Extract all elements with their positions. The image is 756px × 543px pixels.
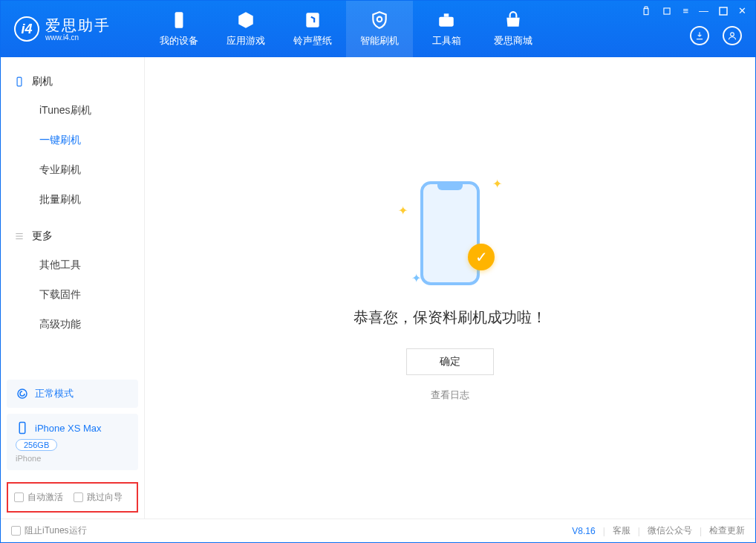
view-log-link[interactable]: 查看日志 (431, 388, 469, 402)
svg-rect-14 (19, 423, 25, 434)
minimize-button[interactable]: — (699, 5, 708, 16)
sidebar-item-other-tools[interactable]: 其他工具 (1, 250, 144, 280)
tab-toolbox[interactable]: 工具箱 (413, 1, 480, 57)
tab-label: 工具箱 (432, 34, 461, 48)
svg-point-8 (731, 33, 734, 36)
sparkle-icon: ✦ (492, 177, 502, 191)
sidebar-item-oneclick-flash[interactable]: 一键刷机 (1, 126, 144, 155)
mode-card[interactable]: 正常模式 (7, 380, 138, 408)
phone-illustration (420, 181, 480, 285)
tab-label: 智能刷机 (360, 34, 399, 48)
tab-smart-flash[interactable]: 智能刷机 (346, 1, 413, 57)
success-message: 恭喜您，保资料刷机成功啦！ (353, 308, 547, 328)
sidebar-section-more: 更多 (1, 222, 144, 250)
feedback-icon[interactable] (641, 5, 651, 16)
checkbox-label: 自动激活 (27, 491, 63, 504)
svg-rect-5 (644, 8, 648, 14)
tab-label: 应用游戏 (227, 34, 265, 48)
section-title: 更多 (32, 230, 53, 243)
app-name: 爱思助手 (45, 17, 111, 33)
device-name: iPhone XS Max (35, 423, 102, 434)
sidebar-item-advanced[interactable]: 高级功能 (1, 310, 144, 339)
checkbox-label: 跳过向导 (87, 491, 123, 504)
svg-rect-4 (444, 13, 449, 16)
main-content: ✦ ✦ ✦ ✓ 恭喜您，保资料刷机成功啦！ 确定 查看日志 (145, 57, 755, 518)
sparkle-icon: ✦ (398, 204, 408, 218)
section-title: 刷机 (32, 75, 53, 88)
device-icon (14, 77, 25, 87)
header: i4 爱思助手 www.i4.cn 我的设备 应用游戏 铃声壁纸 智能刷机 (1, 1, 755, 57)
auto-activate-checkbox[interactable]: 自动激活 (14, 491, 63, 504)
shield-refresh-icon (370, 10, 389, 30)
menu-icon[interactable]: ≡ (682, 5, 688, 16)
main-tabs: 我的设备 应用游戏 铃声壁纸 智能刷机 工具箱 爱思商城 (146, 1, 547, 57)
logo[interactable]: i4 爱思助手 www.i4.cn (1, 16, 146, 42)
mode-label: 正常模式 (35, 387, 74, 400)
svg-rect-3 (439, 17, 454, 27)
checkbox-label: 阻止iTunes运行 (25, 524, 87, 537)
sidebar-item-download-firmware[interactable]: 下载固件 (1, 280, 144, 310)
app-window: i4 爱思助手 www.i4.cn 我的设备 应用游戏 铃声壁纸 智能刷机 (0, 0, 756, 543)
device-type: iPhone (16, 454, 129, 463)
list-icon (14, 231, 25, 241)
sidebar-item-batch-flash[interactable]: 批量刷机 (1, 185, 144, 215)
close-button[interactable]: ✕ (738, 5, 746, 16)
bottom-options-highlighted: 自动激活 跳过向导 (7, 482, 138, 513)
sidebar-item-itunes-flash[interactable]: iTunes刷机 (1, 96, 144, 126)
checkbox-icon (11, 526, 21, 536)
refresh-icon (16, 387, 29, 400)
wechat-link[interactable]: 微信公众号 (648, 524, 692, 537)
phone-icon (169, 10, 189, 30)
logo-icon: i4 (14, 16, 39, 42)
skin-icon[interactable] (662, 5, 672, 16)
sidebar-item-pro-flash[interactable]: 专业刷机 (1, 155, 144, 185)
ok-button[interactable]: 确定 (406, 348, 494, 375)
svg-rect-9 (17, 77, 22, 86)
support-link[interactable]: 客服 (613, 524, 630, 537)
body: 刷机 iTunes刷机 一键刷机 专业刷机 批量刷机 更多 其他工具 下载固件 … (1, 57, 755, 518)
app-url: www.i4.cn (45, 33, 111, 42)
svg-point-13 (18, 389, 27, 398)
checkbox-icon (14, 492, 24, 502)
success-illustration: ✦ ✦ ✦ ✓ (398, 174, 502, 293)
svg-point-2 (377, 17, 382, 22)
store-icon (504, 10, 523, 30)
svg-rect-6 (664, 7, 670, 13)
check-icon: ✓ (468, 244, 495, 270)
sidebar: 刷机 iTunes刷机 一键刷机 专业刷机 批量刷机 更多 其他工具 下载固件 … (1, 57, 145, 518)
phone-icon (16, 421, 29, 435)
tab-label: 爱思商城 (494, 34, 532, 48)
device-card[interactable]: iPhone XS Max 256GB iPhone (7, 414, 138, 470)
storage-badge: 256GB (16, 439, 57, 451)
tab-apps-games[interactable]: 应用游戏 (212, 1, 279, 57)
toolbox-icon (437, 10, 456, 30)
block-itunes-checkbox[interactable]: 阻止iTunes运行 (11, 524, 87, 537)
user-button[interactable] (723, 26, 742, 45)
tab-label: 铃声壁纸 (293, 34, 332, 48)
footer: 阻止iTunes运行 V8.16 | 客服 | 微信公众号 | 检查更新 (1, 518, 755, 542)
skip-guide-checkbox[interactable]: 跳过向导 (74, 491, 123, 504)
svg-rect-1 (306, 13, 319, 27)
tab-store[interactable]: 爱思商城 (480, 1, 547, 57)
music-icon (303, 10, 322, 30)
sidebar-section-flash: 刷机 (1, 68, 144, 96)
cube-icon (236, 10, 255, 30)
tab-ringtones-wallpapers[interactable]: 铃声壁纸 (279, 1, 346, 57)
svg-rect-7 (720, 7, 727, 15)
download-button[interactable] (690, 26, 709, 45)
version-label: V8.16 (572, 526, 595, 536)
window-controls: ≡ — ✕ (641, 5, 746, 16)
svg-rect-0 (175, 12, 183, 28)
maximize-button[interactable] (719, 5, 728, 16)
tab-label: 我的设备 (160, 34, 198, 48)
check-update-link[interactable]: 检查更新 (709, 524, 745, 537)
checkbox-icon (74, 492, 83, 502)
tab-my-device[interactable]: 我的设备 (146, 1, 212, 57)
